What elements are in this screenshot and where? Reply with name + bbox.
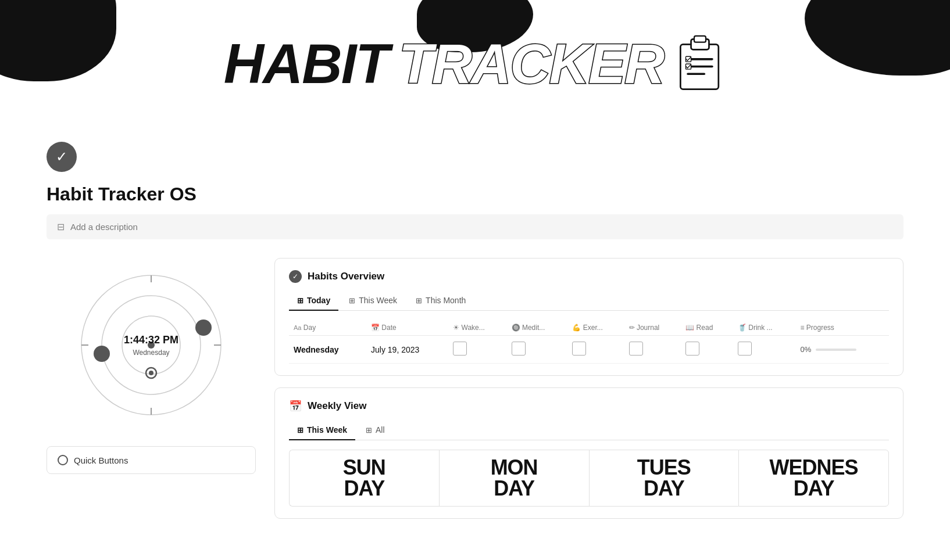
tuesday-top: TUES: [594, 457, 734, 478]
day-card-wednesday: WEDNES DAY: [738, 450, 889, 507]
wednesday-bottom: DAY: [744, 478, 884, 499]
weekly-days-row: SUN DAY MON DAY TUES DAY WEDNES DAY: [289, 450, 889, 507]
col-drink: 🥤 Drink ...: [733, 320, 796, 336]
habits-overview-header: ✓ Habits Overview: [289, 270, 889, 283]
description-placeholder: Add a description: [70, 222, 138, 232]
two-col-layout: 1:44:32 PM Wednesday Quick Buttons ✓ Hab…: [47, 258, 903, 519]
tab-this-month[interactable]: ⊞ This Month: [408, 291, 474, 311]
tuesday-bottom: DAY: [594, 478, 734, 499]
sunday-bottom: DAY: [294, 478, 434, 499]
left-column: 1:44:32 PM Wednesday Quick Buttons: [47, 258, 256, 474]
right-column: ✓ Habits Overview ⊞ Today ⊞ This Week ⊞: [274, 258, 903, 519]
wednesday-top: WEDNES: [744, 457, 884, 478]
tab-this-week-label: This Week: [359, 296, 397, 305]
blob-topleft: [0, 0, 116, 81]
svg-point-16: [94, 346, 110, 362]
tab-this-week-icon: ⊞: [349, 296, 355, 305]
calendar-icon: 📅: [289, 400, 302, 412]
row-date: July 19, 2023: [366, 336, 448, 364]
clock-face: 1:44:32 PM Wednesday: [76, 270, 227, 421]
title-habit: HABIT: [224, 36, 388, 92]
description-icon: ⊟: [57, 221, 65, 232]
habits-overview-title: Habits Overview: [308, 271, 384, 282]
banner: HABIT TRACKER: [0, 0, 950, 128]
day-card-tuesday: TUES DAY: [589, 450, 739, 507]
row-medit[interactable]: [507, 336, 568, 364]
row-exer[interactable]: [567, 336, 624, 364]
clock-widget: 1:44:32 PM Wednesday: [47, 258, 256, 432]
col-day: Aa Day: [289, 320, 366, 336]
title-tracker: TRACKER: [399, 36, 663, 92]
habits-tabs: ⊞ Today ⊞ This Week ⊞ This Month: [289, 291, 889, 311]
col-medit: 🔘 Medit...: [507, 320, 568, 336]
habits-overview-card: ✓ Habits Overview ⊞ Today ⊞ This Week ⊞: [274, 258, 903, 376]
tab-weekly-this-week-label: This Week: [307, 425, 347, 435]
tab-this-month-label: This Month: [426, 296, 466, 305]
col-read: 📖 Read: [681, 320, 733, 336]
tab-weekly-all-label: All: [376, 425, 385, 435]
col-progress: ≡ Progress: [796, 320, 889, 336]
weekly-view-card: 📅 Weekly View ⊞ This Week ⊞ All: [274, 387, 903, 519]
sunday-top: SUN: [294, 457, 434, 478]
row-wake[interactable]: [448, 336, 506, 364]
tab-today[interactable]: ⊞ Today: [289, 291, 338, 311]
weekly-tabs: ⊞ This Week ⊞ All: [289, 421, 889, 440]
svg-rect-5: [687, 73, 706, 75]
banner-title: HABIT TRACKER: [224, 35, 727, 93]
main-content: ✓ Habit Tracker OS ⊟ Add a description: [0, 142, 950, 542]
tab-this-month-icon: ⊞: [416, 296, 422, 305]
clock-time: 1:44:32 PM: [124, 334, 178, 346]
quick-button-icon: [58, 455, 68, 465]
quick-buttons-label: Quick Buttons: [74, 455, 128, 465]
col-exer: 💪 Exer...: [567, 320, 624, 336]
day-card-monday: MON DAY: [439, 450, 589, 507]
blob-topright: [805, 0, 950, 76]
svg-rect-2: [694, 36, 706, 42]
tab-weekly-this-week[interactable]: ⊞ This Week: [289, 421, 355, 440]
check-icon-wrapper: ✓: [47, 142, 903, 172]
weekly-view-title: Weekly View: [308, 400, 366, 412]
page-title: Habit Tracker OS: [47, 184, 903, 205]
row-day: Wednesday: [289, 336, 366, 364]
clock-day: Wednesday: [124, 349, 178, 357]
row-drink[interactable]: [733, 336, 796, 364]
progress-percent: 0%: [801, 345, 812, 354]
tab-today-icon: ⊞: [297, 296, 303, 305]
habits-table: Aa Day 📅 Date ☀ Wake... 🔘 Medit... 💪 Exe…: [289, 320, 889, 364]
tab-weekly-all-icon: ⊞: [366, 426, 372, 435]
col-date: 📅 Date: [366, 320, 448, 336]
clock-center-text: 1:44:32 PM Wednesday: [124, 334, 178, 357]
habits-check-icon: ✓: [289, 270, 302, 283]
tab-weekly-this-week-icon: ⊞: [297, 426, 303, 435]
col-journal: ✏ Journal: [624, 320, 681, 336]
clipboard-icon: [674, 35, 726, 93]
progress-bar-bg: [816, 349, 856, 351]
svg-point-18: [149, 371, 153, 375]
check-circle-icon: ✓: [47, 142, 77, 172]
description-bar[interactable]: ⊟ Add a description: [47, 214, 903, 239]
row-progress: 0%: [796, 336, 889, 364]
svg-point-15: [195, 320, 212, 336]
tab-today-label: Today: [307, 296, 330, 305]
table-row: Wednesday July 19, 2023 0%: [289, 336, 889, 364]
tab-weekly-all[interactable]: ⊞ All: [358, 421, 393, 440]
col-wake: ☀ Wake...: [448, 320, 506, 336]
day-card-sunday: SUN DAY: [289, 450, 439, 507]
row-read[interactable]: [681, 336, 733, 364]
row-journal[interactable]: [624, 336, 681, 364]
monday-top: MON: [444, 457, 584, 478]
tab-this-week[interactable]: ⊞ This Week: [341, 291, 405, 311]
weekly-view-header: 📅 Weekly View: [289, 400, 889, 412]
quick-buttons[interactable]: Quick Buttons: [47, 446, 256, 474]
monday-bottom: DAY: [444, 478, 584, 499]
